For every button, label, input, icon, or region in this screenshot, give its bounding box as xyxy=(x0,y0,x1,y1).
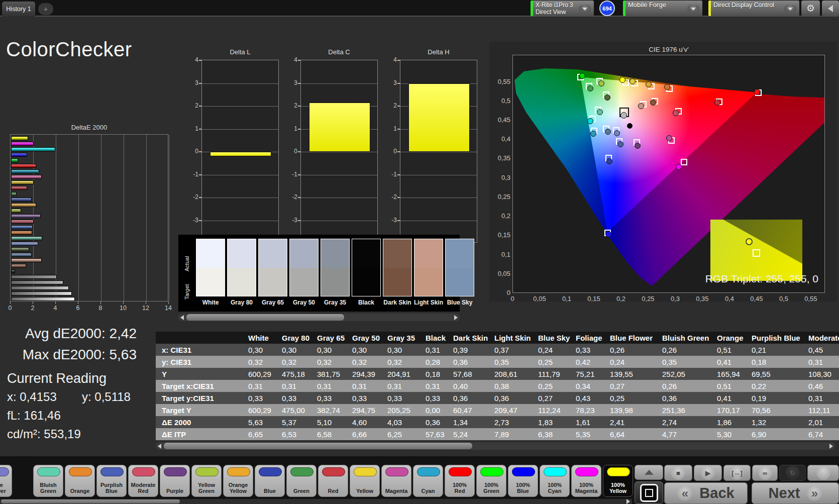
add-tab-button[interactable]: + xyxy=(38,3,53,15)
pattern-button-100-green[interactable]: 100%Green xyxy=(476,465,506,497)
pattern-button-100-red[interactable]: 100%Red xyxy=(445,465,475,497)
toolbar-scrollbar[interactable] xyxy=(0,499,632,504)
color-chip xyxy=(512,467,535,476)
refresh-button[interactable]: ↻ xyxy=(779,465,806,481)
target-color xyxy=(446,268,474,296)
patch-swatch-gray-80[interactable] xyxy=(227,239,256,296)
meter-selector-button[interactable]: X-Rite i1Pro 3 Direct View xyxy=(531,1,594,16)
chart-plot xyxy=(201,60,279,243)
table-cell: 0,30 xyxy=(246,346,280,354)
patch-swatch-dark-skin[interactable] xyxy=(383,239,412,296)
measured-marker[interactable] xyxy=(597,109,603,115)
settings-button[interactable]: ⚙ xyxy=(801,1,820,16)
next-button[interactable]: Next » xyxy=(752,482,839,504)
pattern-button-bluish-green[interactable]: BluishGreen xyxy=(33,465,63,497)
pattern-button-cyan[interactable]: Cyan xyxy=(413,465,443,497)
table-cell: 0,33 xyxy=(246,394,280,402)
pattern-button-moderate-red[interactable]: ModerateRed xyxy=(128,465,158,497)
color-chip xyxy=(37,467,60,476)
table-cell: 600,29 xyxy=(246,370,280,378)
toolbar-expand-button[interactable] xyxy=(635,465,663,480)
measured-marker[interactable] xyxy=(630,78,636,84)
x-tick-label: 0,35 xyxy=(691,295,713,303)
target-color xyxy=(352,268,380,296)
window-pattern-button[interactable] xyxy=(635,481,663,504)
table-cell: 139,98 xyxy=(608,406,660,415)
pattern-button-blue[interactable]: Blue xyxy=(255,465,285,497)
pattern-button-purple[interactable]: Purple xyxy=(160,465,190,497)
inset-measured-marker[interactable] xyxy=(746,238,753,245)
scroll-right-icon[interactable] xyxy=(454,315,458,320)
row-label: ΔE 2000 xyxy=(156,418,246,427)
patch-swatch-black[interactable] xyxy=(352,239,381,296)
measured-marker[interactable] xyxy=(646,81,652,87)
measured-marker[interactable] xyxy=(605,129,611,135)
pattern-button-magenta[interactable]: Magenta xyxy=(381,465,411,497)
toolbar-scrollbar-thumb[interactable] xyxy=(1,499,180,503)
meter-status-stripe xyxy=(531,1,533,16)
back-chevrons-icon: « xyxy=(677,486,692,501)
table-cell: 0,18 xyxy=(750,358,806,366)
target-marker[interactable] xyxy=(681,159,687,165)
patch-swatch-white[interactable] xyxy=(196,239,225,296)
pattern-button-orange-yellow[interactable]: OrangeYellow xyxy=(223,465,253,497)
measured-marker[interactable] xyxy=(590,131,596,137)
measured-marker[interactable] xyxy=(598,80,604,86)
y-tick xyxy=(397,129,400,130)
patch-swatch-light-skin[interactable] xyxy=(414,239,443,296)
chevron-down-icon[interactable] xyxy=(579,5,591,13)
pattern-button-100-cyan[interactable]: 100%Cyan xyxy=(540,465,570,497)
measured-marker[interactable] xyxy=(620,112,627,119)
pattern-button-100-blue[interactable]: 100%Blue xyxy=(508,465,538,497)
y-tick-label: 3 xyxy=(383,79,397,86)
play-button[interactable]: ▶ xyxy=(694,465,722,481)
x-tick xyxy=(78,301,78,304)
patch-swatch-gray-50[interactable] xyxy=(289,239,319,296)
inset-target-marker[interactable] xyxy=(753,249,760,257)
back-button[interactable]: « Back xyxy=(664,482,748,504)
table-scrollbar-thumb[interactable] xyxy=(164,443,472,449)
y-tick xyxy=(397,174,400,175)
measured-marker[interactable] xyxy=(664,84,670,90)
blank-button[interactable] xyxy=(807,465,839,481)
measured-marker[interactable] xyxy=(619,77,625,83)
measured-marker[interactable] xyxy=(605,231,611,237)
measured-marker[interactable] xyxy=(635,143,641,149)
pattern-button-red[interactable]: Red xyxy=(318,465,348,497)
workflow-button[interactable]: Direct Display Control xyxy=(708,1,799,16)
strip-scrollbar[interactable] xyxy=(178,314,460,321)
measured-marker[interactable] xyxy=(673,110,679,116)
scroll-left-icon[interactable] xyxy=(180,315,184,320)
strip-scrollbar-thumb[interactable] xyxy=(186,314,344,321)
measured-marker[interactable] xyxy=(604,94,610,100)
measured-marker[interactable] xyxy=(627,123,633,129)
pattern-source-button[interactable]: Mobile Forge xyxy=(623,1,702,16)
pattern-button-yellow-green[interactable]: YellowGreen xyxy=(191,465,222,497)
chevron-down-icon[interactable] xyxy=(784,5,796,13)
tab-history-1[interactable]: History 1 xyxy=(2,2,35,17)
collapse-panel-button[interactable] xyxy=(822,1,839,16)
scroll-right-icon[interactable] xyxy=(829,444,833,449)
table-scrollbar[interactable] xyxy=(156,442,835,450)
pattern-button-yellow[interactable]: Yellow xyxy=(350,465,380,497)
patch-swatch-gray-65[interactable] xyxy=(258,239,287,296)
scroll-right-icon[interactable] xyxy=(626,499,630,504)
pattern-button-orange[interactable]: Orange xyxy=(65,465,95,497)
swatch-label: Gray 80 xyxy=(224,299,259,306)
patch-swatch-blue-sky[interactable] xyxy=(445,239,474,296)
measured-marker[interactable] xyxy=(638,103,644,109)
pattern-button-100-magenta[interactable]: 100%Magenta xyxy=(571,465,601,497)
chevron-down-icon[interactable] xyxy=(687,5,699,13)
pattern-button-purplish-blue[interactable]: PurplishBlue xyxy=(96,465,127,497)
pattern-button-100-yellow[interactable]: 100%Yellow xyxy=(603,465,633,497)
cie-chart xyxy=(512,55,825,293)
pattern-button-green[interactable]: Green xyxy=(286,465,317,497)
scroll-left-icon[interactable] xyxy=(158,444,161,449)
pattern-button-blue-flower[interactable]: BlueFlower xyxy=(0,465,12,497)
range-button[interactable]: [↔] xyxy=(723,465,751,481)
stop-button[interactable]: ■ xyxy=(664,465,692,481)
patch-swatch-gray-35[interactable] xyxy=(321,239,350,296)
loop-button[interactable]: ∞ xyxy=(752,465,778,481)
color-chip xyxy=(575,467,598,476)
measured-marker[interactable] xyxy=(650,99,656,106)
